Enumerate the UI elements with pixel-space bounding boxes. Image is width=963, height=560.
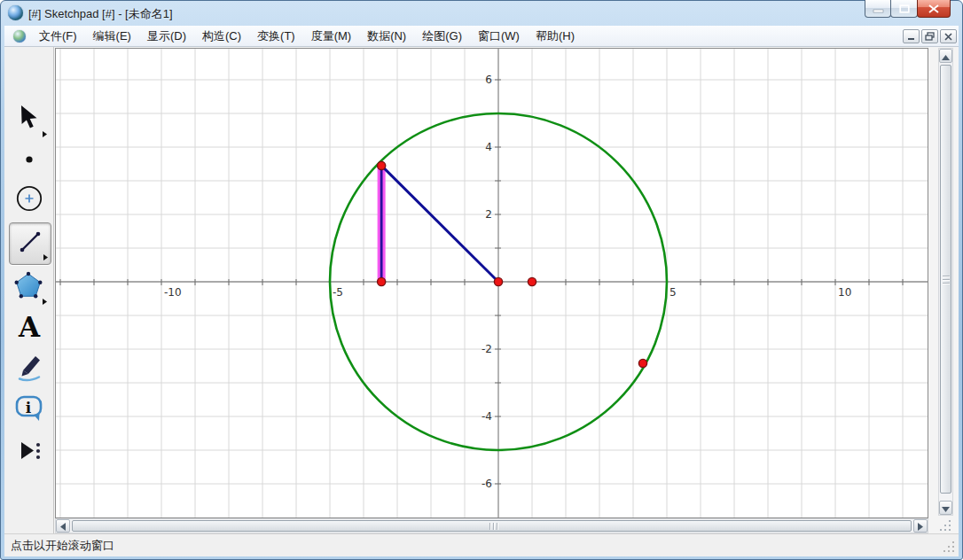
svg-text:-2: -2 bbox=[482, 343, 492, 355]
maximize-button[interactable] bbox=[890, 0, 918, 18]
geometry-svg: -10-5510642-2-4-6 bbox=[56, 49, 928, 517]
svg-text:10: 10 bbox=[838, 286, 851, 299]
document-icon bbox=[13, 30, 26, 43]
horizontal-scrollbar[interactable] bbox=[55, 518, 928, 533]
close-icon bbox=[944, 28, 952, 44]
minimize-icon bbox=[873, 1, 884, 17]
custom-tool[interactable] bbox=[9, 433, 50, 474]
resize-grip-icon[interactable] bbox=[943, 541, 956, 554]
compass-icon bbox=[14, 183, 44, 217]
menu-item-help[interactable]: 帮助(H) bbox=[528, 26, 583, 47]
arrow-left-icon bbox=[60, 518, 66, 534]
horizontal-scroll-thumb[interactable] bbox=[72, 520, 912, 532]
svg-text:2: 2 bbox=[485, 208, 492, 221]
vertical-scroll-thumb[interactable] bbox=[940, 65, 951, 494]
information-icon: i bbox=[13, 393, 45, 429]
svg-text:-6: -6 bbox=[482, 478, 492, 490]
scroll-right-button[interactable] bbox=[913, 519, 928, 533]
selection-arrow-icon bbox=[16, 105, 43, 136]
menu-item-file[interactable]: 文件(F) bbox=[31, 26, 85, 47]
svg-text:-10: -10 bbox=[164, 286, 182, 299]
information-tool[interactable]: i bbox=[9, 391, 50, 432]
text-icon: A bbox=[16, 312, 43, 347]
custom-tool-icon bbox=[16, 439, 43, 469]
menu-item-measure[interactable]: 度量(M) bbox=[303, 26, 360, 47]
arrow-right-icon bbox=[918, 518, 923, 534]
text-tool[interactable]: A bbox=[9, 309, 50, 350]
scroll-down-button[interactable] bbox=[939, 501, 952, 515]
arrow-up-icon bbox=[942, 48, 950, 64]
mdi-minimize-button[interactable] bbox=[903, 29, 920, 43]
menu-item-edit[interactable]: 编辑(E) bbox=[85, 26, 139, 47]
menu-item-window[interactable]: 窗口(W) bbox=[470, 26, 528, 47]
close-button[interactable] bbox=[917, 0, 951, 18]
title-bar[interactable]: [#] Sketchpad [#] - [未命名1] bbox=[0, 0, 963, 26]
minimize-icon bbox=[907, 28, 915, 44]
polygon-tool[interactable] bbox=[9, 268, 50, 308]
maximize-icon bbox=[899, 1, 910, 17]
close-icon bbox=[928, 1, 939, 17]
svg-text:4: 4 bbox=[485, 141, 492, 153]
resize-grip-icon bbox=[940, 520, 952, 533]
compass-tool[interactable] bbox=[9, 180, 50, 221]
svg-text:5: 5 bbox=[669, 286, 677, 299]
scroll-left-button[interactable] bbox=[56, 519, 70, 533]
polygon-icon bbox=[14, 271, 44, 305]
status-message: 点击以开始滚动窗口 bbox=[4, 538, 114, 554]
menu-item-display[interactable]: 显示(D) bbox=[139, 26, 194, 47]
tool-palette: Ai bbox=[4, 47, 54, 533]
selection-arrow-tool[interactable] bbox=[9, 100, 50, 141]
svg-text:A: A bbox=[18, 312, 41, 343]
menu-item-transform[interactable]: 变换(T) bbox=[249, 26, 303, 47]
sketch-canvas[interactable]: -10-5510642-2-4-6 bbox=[55, 48, 928, 518]
mdi-close-button[interactable] bbox=[940, 29, 957, 43]
marker-tool[interactable] bbox=[9, 349, 50, 390]
thumb-grip-icon bbox=[943, 276, 950, 276]
menu-item-graph[interactable]: 绘图(G) bbox=[414, 26, 470, 47]
window-title: [#] Sketchpad [#] - [未命名1] bbox=[28, 6, 173, 22]
app-logo-icon bbox=[8, 5, 23, 20]
scrollbar-corner bbox=[938, 518, 953, 533]
arrow-down-icon bbox=[942, 500, 950, 516]
thumb-grip-icon bbox=[497, 523, 497, 530]
svg-text:-4: -4 bbox=[482, 410, 492, 423]
thumb-grip-icon bbox=[943, 279, 950, 280]
menu-item-construct[interactable]: 构造(C) bbox=[194, 26, 249, 47]
workspace: Ai -10-5510642-2-4-6 bbox=[4, 47, 959, 533]
svg-text:-5: -5 bbox=[333, 286, 343, 299]
thumb-grip-icon bbox=[943, 283, 950, 284]
mdi-restore-button[interactable] bbox=[921, 29, 938, 43]
svg-text:i: i bbox=[26, 399, 32, 416]
menu-bar: 文件(F) 编辑(E) 显示(D) 构造(C) 变换(T) 度量(M) 数据(N… bbox=[4, 26, 959, 47]
scroll-up-button[interactable] bbox=[939, 49, 952, 63]
thumb-grip-icon bbox=[493, 523, 494, 530]
segment-icon bbox=[15, 227, 45, 261]
menu-item-data[interactable]: 数据(N) bbox=[359, 26, 414, 47]
vertical-scrollbar[interactable] bbox=[938, 48, 953, 516]
point-tool[interactable] bbox=[9, 140, 50, 181]
marker-icon bbox=[15, 352, 43, 387]
restore-icon bbox=[925, 28, 935, 44]
status-bar: 点击以开始滚动窗口 bbox=[4, 533, 959, 556]
svg-text:6: 6 bbox=[485, 74, 492, 86]
minimize-button[interactable] bbox=[865, 0, 891, 18]
thumb-grip-icon bbox=[489, 523, 490, 530]
straightedge-tool[interactable] bbox=[9, 222, 51, 265]
point-icon bbox=[24, 152, 35, 168]
